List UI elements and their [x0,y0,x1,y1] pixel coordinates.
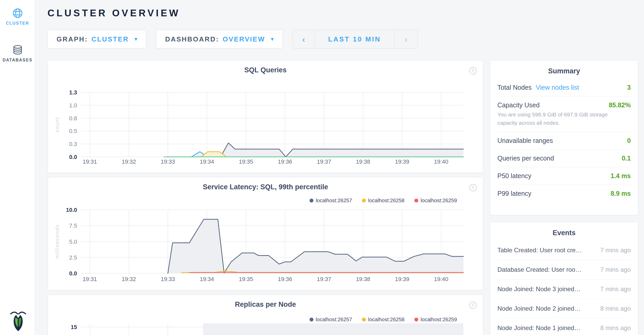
series-area-fill [221,143,463,157]
graph-dropdown[interactable]: GRAPH: CLUSTER ▾ [47,30,146,48]
x-axis-tick-label: 19:33 [161,158,175,165]
replicas-per-node-chart[interactable]: 1510 [48,295,483,335]
sidebar-item-databases[interactable]: DATABASES [0,45,35,62]
x-axis-tick-label: 19:34 [200,158,214,165]
time-range-next-button[interactable]: › [394,30,417,48]
summary-value: 1.4 ms [611,172,631,180]
page-title: CLUSTER OVERVIEW [47,8,180,19]
summary-value: 0.1 [622,155,631,162]
summary-row: Capacity Used85.82%You are using 598.9 G… [497,96,631,132]
x-axis-tick-label: 19:33 [161,276,175,282]
sidebar-item-label: DATABASES [0,58,35,62]
summary-title: Summary [490,60,638,79]
event-message: Database Created: User roo… [497,266,597,273]
x-axis-tick-label: 19:36 [278,158,292,165]
summary-label: P50 latency [497,172,531,180]
y-axis-tick-label: 1.3 [69,89,77,96]
event-rows: Table Created: User root cre…7 mins agoD… [490,241,638,335]
x-axis-tick-label: 19:32 [122,158,136,165]
x-axis-tick-label: 19:38 [356,276,370,282]
x-axis-tick-label: 19:36 [278,276,292,282]
event-message: Node Joined: Node 3 joined… [497,285,597,293]
replicas-per-node-card: Replicas per Node ! localhost:26257local… [48,295,483,335]
x-axis-tick-label: 19:35 [239,276,253,282]
y-axis-tick-label: 1.0 [69,102,77,109]
y-axis-tick-label: 10.0 [66,207,77,213]
summary-row: Total NodesView nodes list3 [497,79,631,96]
event-time: 7 mins ago [600,266,631,273]
x-axis-tick-label: 19:31 [83,276,97,282]
x-axis-tick-label: 19:31 [83,158,97,165]
dashboard-dropdown-value: OVERVIEW [223,35,265,43]
series-area-fill [203,323,463,335]
summary-label: Unavailable ranges [497,137,553,144]
y-axis-unit-label: milliseconds [54,224,60,259]
y-axis-tick-label: 7.5 [69,222,77,229]
summary-row-main: Queries per second0.1 [497,155,631,162]
summary-panel: Summary Total NodesView nodes list3Capac… [490,60,638,215]
event-time: 7 mins ago [600,285,631,293]
service-latency-chart[interactable]: 19:3119:3219:3319:3419:3519:3619:3719:38… [48,177,483,291]
sql-queries-chart[interactable]: 19:3119:3219:3319:3419:3519:3619:3719:38… [48,60,483,173]
summary-label: P99 latency [497,190,531,197]
summary-row-main: Unavailable ranges0 [497,137,631,144]
summary-value: 3 [627,84,631,91]
summary-value: 0 [627,137,631,144]
service-latency-card: Service Latency: SQL, 99th percentile ! … [48,177,483,290]
summary-row: Queries per second0.1 [497,150,631,167]
summary-rows: Total NodesView nodes list3Capacity Used… [490,79,638,202]
event-message: Node Joined: Node 1 joined… [497,324,597,332]
dashboard-dropdown[interactable]: DASHBOARD: OVERVIEW ▾ [156,30,283,48]
sql-queries-card: SQL Queries ! 19:3119:3219:3319:3419:351… [48,60,483,173]
x-axis-tick-label: 19:34 [200,276,214,282]
summary-row-main: P50 latency1.4 ms [497,172,631,180]
globe-icon [12,8,23,19]
events-panel: Events Table Created: User root cre…7 mi… [490,222,638,335]
summary-row-main: Total NodesView nodes list3 [497,84,631,91]
y-axis-tick-label: 15 [71,324,77,330]
event-time: 8 mins ago [600,324,631,332]
y-axis-tick-label: 0.8 [69,115,77,122]
chevron-left-icon: ‹ [302,34,305,44]
time-range-selector: ‹ LAST 10 MIN › [292,30,418,48]
summary-label: Capacity Used [497,101,540,109]
sidebar: CLUSTER DATABASES [0,0,35,335]
y-axis-tick-label: 0.0 [69,270,77,277]
chevron-down-icon: ▾ [271,36,274,43]
event-row[interactable]: Node Joined: Node 2 joined…8 mins ago [497,299,631,318]
y-axis-tick-label: 0.5 [69,128,77,134]
summary-row: P99 latency8.9 ms [497,185,631,202]
events-title: Events [490,222,638,241]
time-range-value[interactable]: LAST 10 MIN [315,30,394,48]
x-axis-tick-label: 19:39 [395,276,409,282]
sidebar-item-label: CLUSTER [0,21,35,26]
y-axis-unit-label: count [54,117,60,132]
x-axis-tick-label: 19:38 [356,158,370,165]
x-axis-tick-label: 19:32 [122,276,136,282]
chevron-right-icon: › [405,34,407,44]
sidebar-item-cluster[interactable]: CLUSTER [0,8,35,26]
time-range-prev-button[interactable]: ‹ [293,30,315,48]
event-message: Table Created: User root cre… [497,247,597,254]
graph-dropdown-value: CLUSTER [92,35,129,43]
cockroach-logo-icon [10,310,26,331]
summary-link[interactable]: View nodes list [536,84,579,91]
summary-value: 8.9 ms [611,190,631,197]
event-row[interactable]: Node Joined: Node 1 joined…8 mins ago [497,318,631,335]
summary-label: Total Nodes [497,84,532,91]
x-axis-tick-label: 19:39 [395,158,409,165]
y-axis-tick-label: 5.0 [69,239,77,245]
x-axis-tick-label: 19:40 [434,276,448,282]
event-row[interactable]: Table Created: User root cre…7 mins ago [497,241,631,260]
event-time: 7 mins ago [600,247,631,254]
x-axis-tick-label: 19:35 [239,158,253,165]
summary-label: Queries per second [497,155,554,162]
controls-bar: GRAPH: CLUSTER ▾ DASHBOARD: OVERVIEW ▾ ‹… [47,30,418,48]
summary-subtext: You are using 598.9 GiB of 697.9 GiB sto… [497,110,620,127]
event-row[interactable]: Node Joined: Node 3 joined…7 mins ago [497,280,631,299]
x-axis-tick-label: 19:40 [434,158,448,165]
database-icon [12,45,23,55]
x-axis-tick-label: 19:37 [317,158,331,165]
event-row[interactable]: Database Created: User roo…7 mins ago [497,260,631,280]
x-axis-tick-label: 19:37 [317,276,331,282]
